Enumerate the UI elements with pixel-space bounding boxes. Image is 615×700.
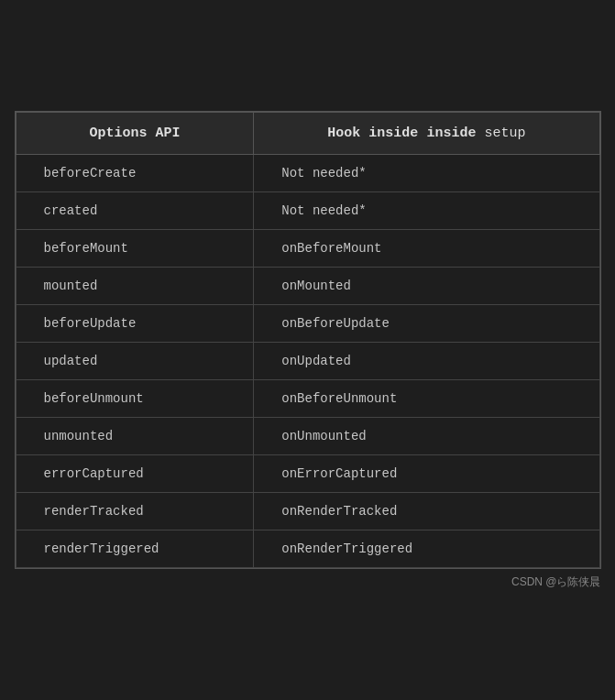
cell-options-api: created [16,191,254,229]
header-hook-inside: Hook inside inside setup [254,112,599,154]
cell-hook-inside: onUnmounted [254,417,599,454]
table-row: mountedonMounted [16,267,599,304]
header-options-api: Options API [16,112,254,154]
table-row: unmountedonUnmounted [16,417,599,454]
table-row: updatedonUpdated [16,342,599,379]
table-header-row: Options API Hook inside inside setup [16,112,599,154]
cell-hook-inside: onBeforeUpdate [254,304,599,342]
cell-options-api: beforeUpdate [16,304,254,342]
cell-options-api: updated [16,342,254,379]
comparison-table-wrapper: Options API Hook inside inside setup bef… [15,111,601,569]
table-row: createdNot needed* [16,191,599,229]
cell-options-api: renderTracked [16,492,254,530]
cell-hook-inside: onErrorCaptured [254,454,599,492]
table-body: beforeCreateNot needed*createdNot needed… [16,154,599,567]
cell-hook-inside: onUpdated [254,342,599,379]
table-row: beforeUnmountonBeforeUnmount [16,379,599,417]
table-row: beforeCreateNot needed* [16,154,599,191]
cell-options-api: mounted [16,267,254,304]
footer-text: CSDN @ら陈侠晨 [511,575,601,588]
table-row: beforeUpdateonBeforeUpdate [16,304,599,342]
lifecycle-table: Options API Hook inside inside setup bef… [16,112,600,568]
cell-options-api: beforeMount [16,229,254,267]
table-row: errorCapturedonErrorCaptured [16,454,599,492]
footer-attribution: CSDN @ら陈侠晨 [15,574,601,590]
cell-hook-inside: Not needed* [254,154,599,191]
header-hook-label: Hook inside inside [327,126,484,141]
header-options-api-label: Options API [89,126,180,141]
cell-options-api: errorCaptured [16,454,254,492]
cell-hook-inside: onBeforeUnmount [254,379,599,417]
cell-hook-inside: Not needed* [254,191,599,229]
table-row: beforeMountonBeforeMount [16,229,599,267]
cell-options-api: beforeUnmount [16,379,254,417]
cell-options-api: unmounted [16,417,254,454]
cell-hook-inside: onMounted [254,267,599,304]
header-setup-code: setup [484,126,525,141]
table-row: renderTrackedonRenderTracked [16,492,599,530]
table-row: renderTriggeredonRenderTriggered [16,530,599,567]
cell-hook-inside: onRenderTracked [254,492,599,530]
cell-hook-inside: onRenderTriggered [254,530,599,567]
cell-hook-inside: onBeforeMount [254,229,599,267]
cell-options-api: renderTriggered [16,530,254,567]
cell-options-api: beforeCreate [16,154,254,191]
